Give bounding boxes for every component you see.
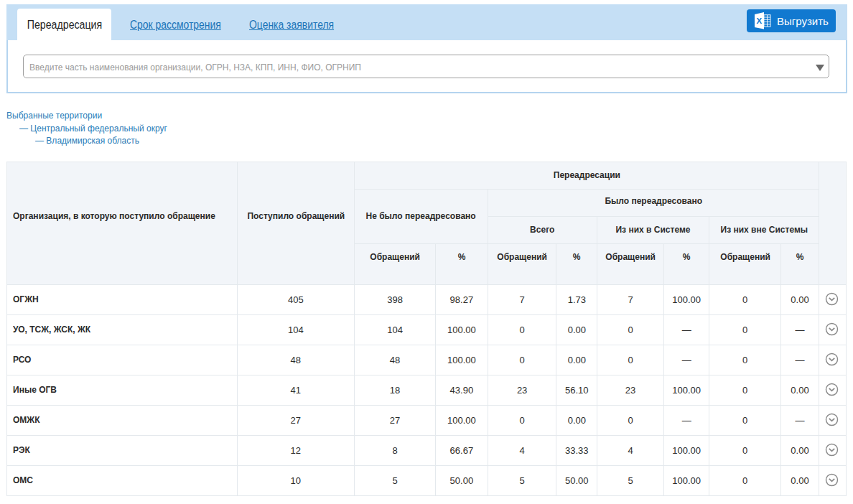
svg-text:X: X bbox=[757, 17, 763, 25]
